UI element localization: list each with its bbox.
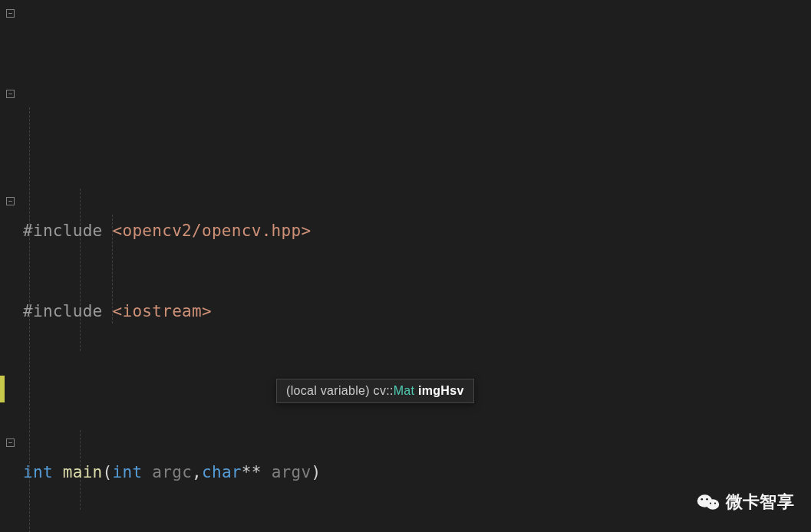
change-marker [0, 376, 5, 402]
code-editor[interactable]: #include <opencv2/opencv.hpp> #include <… [0, 0, 811, 532]
gutter [0, 0, 21, 532]
fold-toggle-icon[interactable] [6, 438, 15, 447]
indent-guide [80, 430, 81, 458]
svg-point-2 [701, 498, 703, 501]
code-line[interactable]: int main(int argc,char** argv) [23, 459, 811, 486]
function-name: main [53, 463, 103, 481]
wechat-icon [697, 492, 720, 512]
tooltip-namespace: cv:: [374, 384, 394, 397]
tooltip-kind: (local variable) [286, 384, 374, 397]
fold-toggle-icon[interactable] [6, 197, 15, 205]
header-path: <opencv2/opencv.hpp> [113, 222, 312, 240]
watermark-text: 微卡智享 [726, 491, 794, 514]
fold-toggle-icon[interactable] [6, 90, 15, 98]
header-path: <iostream> [113, 302, 212, 320]
svg-point-5 [714, 502, 716, 504]
indent-guide [80, 189, 81, 351]
tooltip-variable: imgHsv [414, 384, 463, 397]
svg-point-1 [707, 499, 720, 510]
preproc: #include [23, 222, 113, 240]
svg-point-4 [710, 502, 711, 504]
code-area[interactable]: #include <opencv2/opencv.hpp> #include <… [21, 0, 811, 532]
code-line[interactable]: #include <iostream> [23, 298, 811, 325]
keyword: int [23, 463, 53, 481]
preproc: #include [23, 302, 113, 320]
fold-toggle-icon[interactable] [6, 9, 15, 18]
watermark: 微卡智享 [697, 491, 794, 514]
code-line[interactable]: #include <opencv2/opencv.hpp> [23, 218, 811, 245]
hover-tooltip: (local variable) cv::Mat imgHsv [276, 379, 474, 403]
svg-point-3 [706, 498, 708, 501]
tooltip-type: Mat [394, 384, 415, 397]
